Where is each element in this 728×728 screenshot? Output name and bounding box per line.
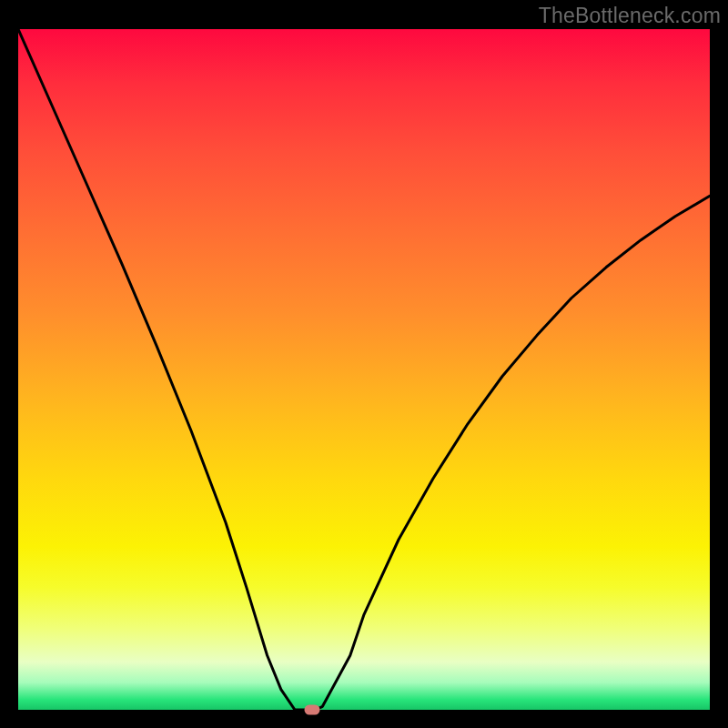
plot-area: [18, 29, 710, 710]
watermark-text: TheBottleneck.com: [539, 4, 721, 28]
minimum-marker: [305, 705, 320, 715]
curve-svg: [18, 29, 710, 710]
bottleneck-curve-path: [18, 29, 710, 710]
chart-frame: TheBottleneck.com: [0, 0, 728, 728]
